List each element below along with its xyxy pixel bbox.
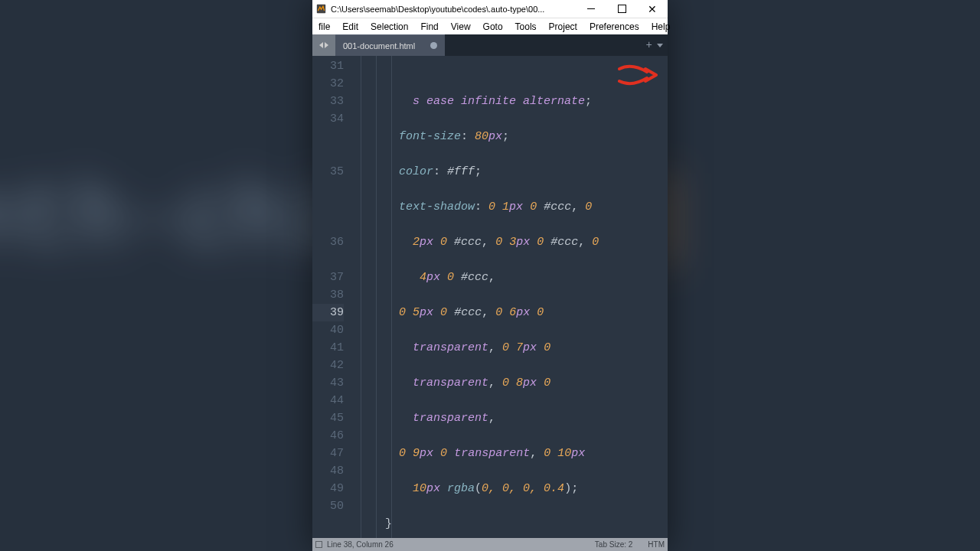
close-button[interactable]: ✕ [637,1,668,18]
menu-selection[interactable]: Selection [364,18,414,34]
menu-file[interactable]: file [312,18,336,34]
menu-edit[interactable]: Edit [336,18,364,34]
menu-find[interactable]: Find [414,18,444,34]
tab-document[interactable]: 001-document.html [335,34,445,56]
menubar: file Edit Selection Find View Goto Tools… [312,18,668,34]
maximize-button[interactable] [606,1,637,18]
arrow-left-icon [319,42,323,48]
statusbar: Line 38, Column 26 Tab Size: 2 HTM [312,538,668,551]
editor-area[interactable]: 31 32 33 34 35 36 37 38 39 40 41 42 43 4… [312,56,668,538]
dirty-indicator-icon [430,42,437,49]
menu-view[interactable]: View [445,18,477,34]
app-icon [312,1,329,18]
status-language[interactable]: HTM [640,540,665,549]
titlebar[interactable]: C:\Users\seemab\Desktop\youtube\codes\.a… [312,0,668,18]
window-title: C:\Users\seemab\Desktop\youtube\codes\.a… [329,5,576,14]
menu-preferences[interactable]: Preferences [583,18,645,34]
menu-tools[interactable]: Tools [509,18,543,34]
tab-label: 001-document.html [343,41,415,51]
status-tabsize[interactable]: Tab Size: 2 [587,540,640,549]
status-position[interactable]: Line 38, Column 26 [327,540,394,549]
editor-window: C:\Users\seemab\Desktop\youtube\codes\.a… [312,0,668,551]
menu-project[interactable]: Project [543,18,583,34]
arrow-right-icon [325,42,328,48]
minimize-button[interactable] [576,1,606,18]
panel-toggle-icon[interactable] [315,541,322,548]
tabbar: 001-document.html + [312,34,668,56]
code-content[interactable]: s ease infinite alternate; font-size: 80… [348,56,668,538]
tab-nav-buttons[interactable] [312,34,335,56]
menu-goto[interactable]: Goto [477,18,509,34]
new-tab-button[interactable]: + [646,39,652,51]
menu-help[interactable]: Help [645,18,677,34]
line-gutter: 31 32 33 34 35 36 37 38 39 40 41 42 43 4… [312,56,348,538]
tab-menu-icon[interactable] [657,44,663,47]
